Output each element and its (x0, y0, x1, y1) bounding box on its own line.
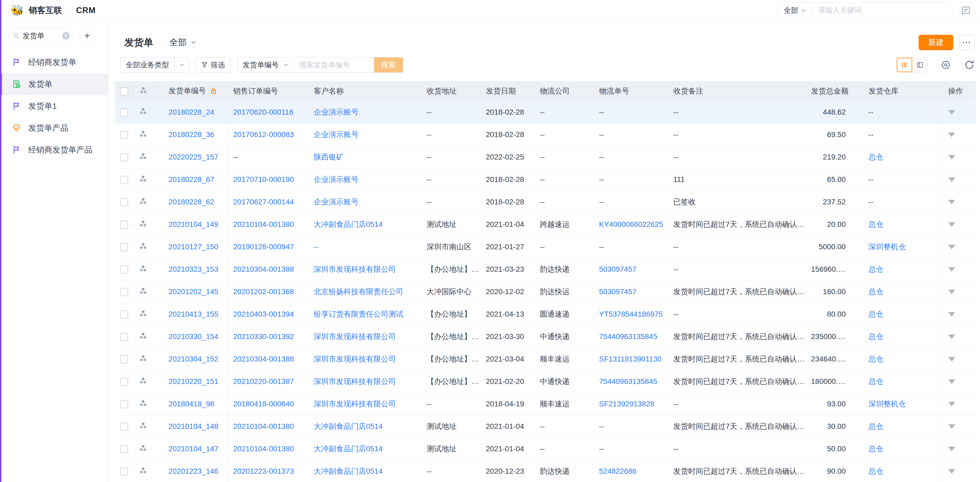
view-selector[interactable]: 全部 (170, 37, 197, 48)
delivery-id-link[interactable]: 20210104_149 (169, 220, 218, 228)
more-actions-button[interactable]: ··· (959, 35, 975, 50)
row-actions-dropdown[interactable] (948, 469, 955, 474)
filter-button[interactable]: 筛选 (196, 57, 231, 73)
tracking-number-link[interactable]: 503097457 (599, 265, 636, 273)
search-scope-select[interactable]: 全部 (784, 6, 806, 15)
delivery-id-link[interactable]: 20210104_148 (169, 422, 218, 431)
customer-link[interactable]: -- (314, 243, 319, 251)
delivery-id-link[interactable]: 20210413_155 (169, 310, 218, 318)
sidebar-search-input[interactable] (23, 32, 55, 40)
customer-link[interactable]: 企业演示账号 (314, 175, 358, 184)
sales-order-link[interactable]: 20210304-001388 (233, 355, 294, 363)
customer-link[interactable]: 企业演示账号 (314, 130, 358, 139)
delivery-id-link[interactable]: 20180418_98 (169, 400, 214, 408)
delivery-id-link[interactable]: 20180228_62 (169, 198, 214, 206)
row-checkbox[interactable] (120, 221, 128, 229)
sales-order-link[interactable]: 20210403-001394 (233, 310, 294, 318)
delivery-id-link[interactable]: 20180228_36 (169, 130, 214, 139)
sales-order-link[interactable]: 20170620-000116 (233, 108, 293, 116)
row-actions-dropdown[interactable] (948, 132, 955, 137)
row-actions-dropdown[interactable] (948, 402, 955, 406)
sales-order-link[interactable]: 20170710-000190 (233, 175, 294, 184)
global-search[interactable]: 全部 (776, 3, 953, 18)
tracking-number-link[interactable]: SF1311813901130 (599, 355, 662, 363)
row-checkbox[interactable] (120, 445, 128, 453)
row-checkbox[interactable] (120, 131, 128, 139)
row-actions-dropdown[interactable] (948, 155, 955, 160)
sales-order-link[interactable]: 20210220-001387 (233, 377, 294, 386)
sidebar-item-0[interactable]: 经销商发货单 (0, 51, 108, 73)
row-actions-dropdown[interactable] (948, 177, 955, 182)
warehouse-link[interactable]: 总仓 (869, 355, 883, 363)
feedback-icon[interactable] (961, 5, 971, 16)
customer-link[interactable]: 陕西银矿 (314, 153, 344, 161)
row-actions-dropdown[interactable] (948, 290, 955, 294)
settings-hexagon-icon[interactable] (940, 59, 951, 70)
row-checkbox[interactable] (120, 176, 128, 184)
row-checkbox[interactable] (120, 355, 128, 363)
delivery-id-link[interactable]: 20210104_147 (169, 445, 218, 453)
customer-link[interactable]: 深圳市发现科技有限公司 (314, 355, 396, 363)
delivery-id-link[interactable]: 20210323_153 (169, 265, 218, 273)
global-search-input[interactable] (818, 6, 945, 14)
delivery-id-link[interactable]: 20210220_151 (169, 377, 218, 386)
customer-link[interactable]: 深圳市发现科技有限公司 (314, 400, 396, 408)
table-search-input[interactable] (294, 57, 374, 72)
tracking-number-link[interactable]: 75440963135845 (599, 332, 657, 341)
sales-order-link[interactable]: 20210104-001380 (233, 422, 294, 431)
warehouse-link[interactable]: 深圳整机仓 (869, 243, 906, 251)
tracking-number-link[interactable]: 503097457 (599, 287, 636, 296)
row-checkbox[interactable] (120, 153, 128, 161)
sidebar-item-1[interactable]: 发货单 (0, 73, 108, 95)
customer-link[interactable]: 深圳市发现科技有限公司 (314, 332, 396, 341)
warehouse-link[interactable]: 总仓 (869, 310, 883, 318)
row-actions-dropdown[interactable] (948, 357, 955, 362)
sales-order-link[interactable]: 20210330-001392 (233, 332, 294, 341)
warehouse-link[interactable]: 总仓 (869, 287, 883, 296)
tracking-number-link[interactable]: SF21392913828 (599, 400, 654, 408)
list-view-icon[interactable] (897, 58, 912, 72)
tracking-number-link[interactable]: 75440963135845 (599, 377, 657, 386)
search-field-select[interactable]: 发货单编号 (237, 57, 294, 72)
delivery-id-link[interactable]: 20220225_157 (169, 153, 218, 161)
row-actions-dropdown[interactable] (948, 222, 955, 227)
row-checkbox[interactable] (120, 333, 128, 341)
tracking-number-link[interactable]: KY4000066022625 (599, 220, 663, 228)
row-actions-dropdown[interactable] (948, 312, 955, 317)
sales-order-link[interactable]: 20170612-000083 (233, 130, 294, 139)
warehouse-link[interactable]: 深圳整机仓 (869, 400, 906, 408)
customer-link[interactable]: 大冲副食品门店0514 (314, 445, 383, 453)
delivery-id-link[interactable]: 20180228_24 (169, 108, 214, 116)
refresh-icon[interactable] (964, 59, 975, 70)
row-actions-dropdown[interactable] (948, 380, 955, 384)
business-type-select[interactable]: 全部业务类型 (120, 57, 189, 73)
row-checkbox[interactable] (120, 400, 128, 408)
row-checkbox[interactable] (120, 423, 128, 431)
delivery-id-link[interactable]: 20210127_150 (169, 243, 218, 251)
row-checkbox[interactable] (120, 109, 128, 117)
create-button[interactable]: 新建 (919, 35, 953, 50)
delivery-id-link[interactable]: 20201223_146 (169, 467, 218, 475)
customer-link[interactable]: 深圳市发现科技有限公司 (314, 377, 396, 386)
sidebar-item-3[interactable]: 发货单产品 (0, 117, 108, 139)
sales-order-link[interactable]: 20210104-001380 (233, 220, 294, 228)
customer-link[interactable]: 深圳市发现科技有限公司 (314, 265, 396, 273)
row-checkbox[interactable] (120, 378, 128, 386)
sales-order-link[interactable]: 20210304-001388 (233, 265, 294, 273)
row-checkbox[interactable] (120, 288, 128, 296)
delivery-id-link[interactable]: 20210330_154 (169, 332, 218, 341)
row-checkbox[interactable] (120, 266, 128, 274)
row-checkbox[interactable] (120, 243, 128, 251)
row-actions-dropdown[interactable] (948, 267, 955, 272)
sales-order-link[interactable]: 20210104-001380 (233, 445, 294, 453)
customer-link[interactable]: 企业演示账号 (314, 198, 358, 206)
warehouse-link[interactable]: 总仓 (869, 377, 883, 386)
warehouse-link[interactable]: 总仓 (869, 332, 883, 341)
warehouse-link[interactable]: 总仓 (869, 422, 883, 431)
customer-link[interactable]: 大冲副食品门店0514 (314, 467, 383, 475)
row-actions-dropdown[interactable] (948, 200, 955, 204)
sales-order-link[interactable]: 20170627-000144 (233, 198, 294, 206)
customer-link[interactable]: 纷享订货有限责任公司测试 (314, 310, 403, 318)
row-actions-dropdown[interactable] (948, 335, 955, 339)
warehouse-link[interactable]: 总仓 (869, 265, 883, 273)
